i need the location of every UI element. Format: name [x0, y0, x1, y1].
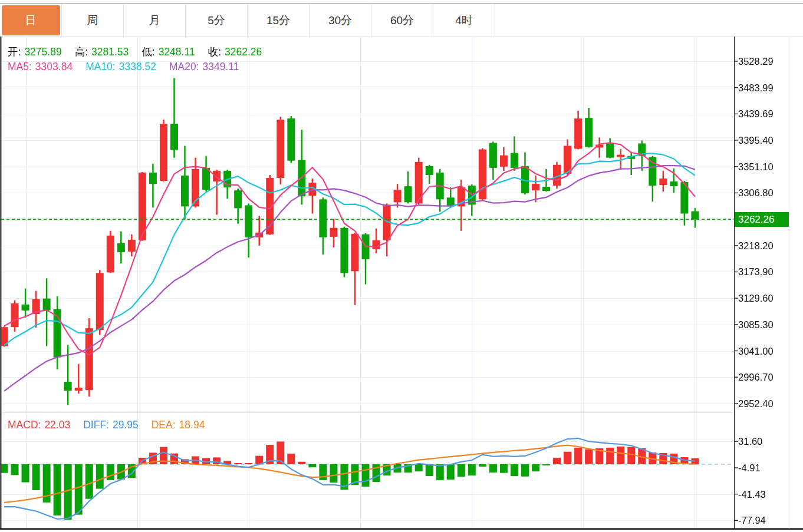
- ma10-label: MA10:: [85, 61, 116, 72]
- price-tick-label: 3306.80: [738, 186, 774, 199]
- ma20-label: MA20:: [169, 61, 199, 72]
- macd-tick-label: -77.94: [738, 514, 766, 527]
- ma5-value: 3303.84: [35, 61, 73, 72]
- price-tick-label: 3173.90: [738, 265, 774, 278]
- price-tick-label: 3528.29: [738, 55, 774, 68]
- trading-chart-window: 日周月5分15分30分60分4时 开:3275.89高:3281.53低:324…: [0, 0, 803, 532]
- price-tick-label: 3483.99: [738, 81, 774, 94]
- ma20-value: 3349.11: [203, 61, 239, 72]
- price-tick-label: 2952.40: [738, 397, 774, 410]
- price-tick-label: 3218.20: [738, 239, 774, 252]
- open-label: 开:: [8, 46, 21, 58]
- diff-value: 29.95: [113, 419, 139, 431]
- close-label: 收:: [208, 46, 221, 58]
- dea-value: 18.94: [179, 419, 205, 431]
- ma5-label: MA5:: [8, 61, 32, 72]
- price-tick-label: 3395.40: [738, 134, 774, 147]
- diff-label: DIFF:: [83, 419, 109, 431]
- price-tick-label: 3085.30: [738, 318, 774, 331]
- price-tick-label: 3439.69: [738, 107, 774, 120]
- low-label: 低:: [141, 46, 154, 58]
- chart-canvas[interactable]: [0, 0, 803, 532]
- open-value: 3275.89: [24, 46, 61, 58]
- macd-legend: MACD:22.03DIFF:29.95DEA:18.94: [8, 419, 208, 431]
- price-tick-label: 3129.60: [738, 292, 774, 305]
- current-price-badge: 3262.26: [735, 212, 789, 227]
- macd-tick-label: -4.91: [738, 461, 761, 474]
- high-label: 高:: [75, 46, 88, 58]
- price-tick-label: 3351.10: [738, 160, 774, 173]
- high-value: 3281.53: [91, 46, 129, 58]
- macd-label: MACD:: [8, 419, 41, 431]
- ma-legend: MA5:3303.84MA10:3338.52MA20:3349.11: [8, 61, 243, 73]
- close-value: 3262.26: [225, 46, 262, 58]
- macd-value: 22.03: [44, 419, 70, 431]
- dea-label: DEA:: [152, 419, 176, 431]
- price-tick-label: 3041.00: [738, 345, 774, 358]
- ohlc-legend: 开:3275.89高:3281.53低:3248.11收:3262.26: [8, 45, 265, 59]
- macd-tick-label: 31.60: [738, 435, 762, 448]
- macd-tick-label: -41.43: [738, 488, 766, 501]
- price-tick-label: 2996.70: [738, 371, 774, 384]
- ma10-value: 3338.52: [119, 61, 156, 72]
- low-value: 3248.11: [159, 46, 195, 58]
